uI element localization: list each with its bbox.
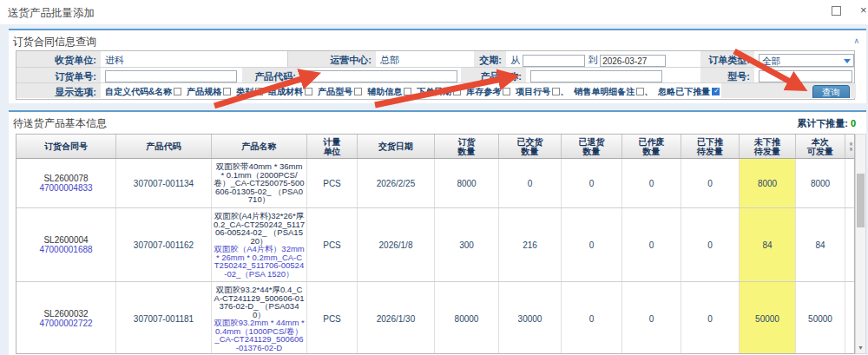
cell-available-qty: 50000 — [796, 282, 845, 354]
cell-unpushed-qty: 50000 — [740, 282, 796, 354]
pushed-total-value: 0 — [851, 118, 856, 128]
collapse-panel-icon[interactable]: ∧ — [853, 37, 859, 44]
cell-returned-qty: 0 — [562, 282, 622, 354]
cell-unit: PCS — [307, 208, 358, 281]
query-panel: 订货合同信息查询 ∧ 收货单位: 进科 运营中心: 总部 交期: 从 到 订单类… — [9, 29, 866, 103]
col-contract-no: 订货合同号 — [16, 135, 116, 158]
cell-contract: SL2600004 47000001688 — [16, 208, 116, 281]
col-returned-qty: 已退货 数量 — [562, 135, 622, 158]
operation-center-value: 总部 — [376, 51, 474, 67]
receiving-unit-value: 进科 — [101, 51, 288, 67]
cell-voided-qty: 0 — [622, 208, 681, 281]
receiving-unit-label: 收货单位: — [16, 51, 101, 67]
opt-ignore-pushed-checkbox[interactable] — [712, 88, 720, 95]
cell-product-code: 307007-001162 — [116, 208, 212, 281]
opt-aux-info: 辅助信息 — [367, 86, 411, 98]
cell-contract: SL2600032 47000002722 — [16, 282, 116, 354]
page-title: 送货产品批量添加 — [8, 6, 95, 21]
collapse-rows-icon[interactable]: «» — [845, 135, 855, 158]
product-name-link[interactable]: 双面胶93.2mm * 44mm * 0.4mm（1000PCS/卷）_CA-C… — [214, 319, 305, 352]
close-icon[interactable]: × — [860, 3, 867, 16]
cell-pushed-qty: 0 — [681, 208, 740, 281]
order-type-select[interactable]: 全部 — [759, 54, 854, 67]
col-unpushed-qty: 未下推 待发量 — [740, 135, 796, 158]
cell-delivery-date: 2026/2/25 — [358, 159, 435, 207]
product-name-input[interactable] — [530, 70, 662, 82]
order-no-input[interactable] — [105, 70, 237, 82]
opt-order-date-checkbox[interactable] — [453, 88, 461, 95]
opt-stock-ref-checkbox[interactable] — [503, 88, 510, 95]
cell-unpushed-qty: 84 — [740, 208, 796, 281]
col-delivered-qty: 已交货 数量 — [499, 135, 562, 158]
date-to-input[interactable] — [600, 55, 666, 67]
pushed-total-summary: 累计下推量:0 — [797, 117, 856, 130]
table-scrollbar[interactable]: ▼ — [855, 134, 866, 354]
form-row-2: 订货单号: 产品代码: 产品名称: 型号: — [16, 67, 854, 82]
order-type-cell: 全部 — [754, 51, 856, 67]
order-no-label: 订货单号: — [16, 68, 101, 82]
date-from-input[interactable] — [523, 55, 585, 67]
product-name-link[interactable]: 双面胶（A4片料）32mm * 26mm * 0.2mm_CA-CT250242… — [214, 245, 305, 278]
contract-link[interactable]: 47000002722 — [39, 319, 92, 328]
scrollbar-down-arrow-icon[interactable]: ▼ — [856, 342, 865, 353]
opt-sales-remark-checkbox[interactable] — [636, 88, 644, 95]
cell-order-qty: 8000 — [435, 159, 499, 207]
opt-project-line: 项目行号、 — [516, 86, 569, 98]
cell-unit: PCS — [307, 159, 358, 207]
opt-project-line-checkbox[interactable] — [552, 88, 560, 95]
operation-center-label: 运营中心: — [288, 51, 376, 67]
opt-custom-code-checkbox[interactable] — [174, 88, 181, 95]
opt-sales-remark: 销售单明细备注、 — [574, 86, 653, 98]
delivery-period-value: 从 到 — [506, 51, 700, 67]
query-form: 收货单位: 进科 运营中心: 总部 交期: 从 到 订单类型: 全部 订货单号: — [16, 50, 855, 100]
product-name-cell — [526, 68, 665, 82]
cell-extra — [845, 208, 854, 281]
delivery-period-label: 交期: — [474, 51, 506, 67]
product-name-label: 产品名称: — [461, 68, 526, 82]
opt-custom-code: 自定义代码&名称 — [105, 86, 181, 98]
contract-link[interactable]: 47000001688 — [39, 245, 92, 254]
product-code-input[interactable] — [305, 70, 457, 82]
opt-stock-ref: 库存参考 — [466, 86, 510, 98]
opt-spec: 产品规格 — [187, 86, 231, 98]
opt-aux-info-checkbox[interactable] — [404, 88, 411, 95]
form-row-3: 显示选项: 自定义代码&名称 产品规格 类别 组成材料 产品型号 辅助信息 下单… — [16, 82, 854, 98]
cell-delivery-date: 2026/1/8 — [358, 208, 435, 281]
col-delivery-date: 交货日期 — [358, 135, 435, 158]
product-table-panel: 待送货产品基本信息 累计下推量:0 订货合同号 产品代码 产品名称 计量 单位 … — [9, 110, 866, 355]
cell-product-name: 双面胶带40mm * 36mm * 0.1mm（2000PCS/卷）_CA-CT… — [212, 159, 307, 207]
col-unit: 计量 单位 — [307, 135, 358, 158]
contract-link[interactable]: 47000004833 — [39, 183, 92, 193]
cell-extra — [845, 282, 854, 354]
col-product-code: 产品代码 — [116, 135, 212, 158]
model-input[interactable] — [759, 70, 852, 82]
opt-model: 产品型号 — [318, 86, 362, 98]
form-row-1: 收货单位: 进科 运营中心: 总部 交期: 从 到 订单类型: 全部 — [16, 51, 854, 67]
cell-voided-qty: 0 — [622, 282, 681, 354]
opt-material-checkbox[interactable] — [305, 88, 312, 95]
opt-spec-checkbox[interactable] — [223, 88, 231, 95]
cell-unpushed-qty: 8000 — [740, 159, 796, 207]
query-button[interactable]: 查询 — [812, 85, 850, 98]
date-to-label: 到 — [588, 55, 597, 65]
cell-product-code: 307007-001181 — [116, 282, 212, 354]
col-order-qty: 订货 数量 — [435, 135, 499, 158]
table-row: SL2600032 47000002722 307007-001181 双面胶9… — [16, 282, 854, 354]
col-pushed-qty: 已下推 待发量 — [681, 135, 740, 158]
cell-delivery-date: 2026/1/30 — [358, 282, 435, 354]
date-from-label: 从 — [510, 55, 520, 65]
order-type-label: 订单类型: — [700, 51, 754, 67]
model-cell — [754, 68, 856, 82]
table-row: SL2600004 47000001688 307007-001162 双面胶(… — [16, 208, 854, 282]
maximize-icon[interactable] — [832, 6, 841, 16]
cell-product-name: 双面胶93.2*44*厚0.4_CA-CT241129_500606-01376… — [212, 282, 307, 354]
query-panel-title: 订货合同信息查询 — [13, 35, 96, 49]
col-product-name: 产品名称 — [212, 135, 307, 158]
opt-category: 类别 — [236, 86, 263, 98]
opt-category-checkbox[interactable] — [255, 88, 263, 95]
cell-delivered-qty: 216 — [499, 208, 562, 281]
opt-model-checkbox[interactable] — [354, 88, 362, 95]
opt-ignore-pushed: 忽略已下推量 — [658, 86, 720, 98]
scrollbar-thumb[interactable] — [857, 174, 865, 227]
cell-pushed-qty: 0 — [681, 282, 740, 354]
